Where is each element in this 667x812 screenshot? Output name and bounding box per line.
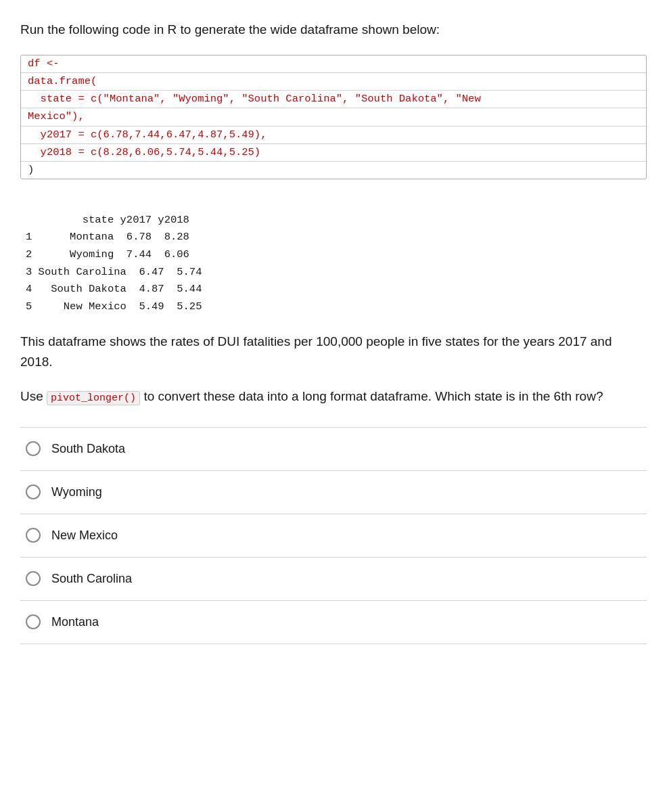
code-line-7: ): [21, 162, 646, 179]
answer-section: South Dakota Wyoming New Mexico South Ca…: [20, 427, 647, 644]
answer-option-wyoming[interactable]: Wyoming: [20, 470, 647, 514]
dataframe-output: state y2017 y2018 1 Montana 6.78 8.28 2 …: [26, 194, 647, 315]
dataframe-row-1: 1 Montana 6.78 8.28: [26, 231, 189, 243]
question-prefix: Use: [20, 389, 43, 403]
description-text: This dataframe shows the rates of DUI fa…: [20, 332, 647, 371]
code-line-3: state = c("Montana", "Wyoming", "South C…: [21, 91, 646, 108]
code-text: state = c("Montana", "Wyoming", "South C…: [28, 93, 481, 105]
code-line-1: df <-: [21, 55, 646, 73]
radio-wyoming[interactable]: [26, 484, 41, 499]
answer-option-new-mexico[interactable]: New Mexico: [20, 514, 647, 557]
code-line-2: data.frame(: [21, 73, 646, 91]
answer-option-south-carolina[interactable]: South Carolina: [20, 557, 647, 600]
answer-label-south-carolina: South Carolina: [51, 570, 132, 588]
question-suffix: to convert these data into a long format…: [143, 389, 603, 403]
radio-montana[interactable]: [26, 614, 41, 629]
code-text: y2017 = c(6.78,7.44,6.47,4.87,5.49),: [28, 129, 267, 141]
pivot-longer-code: pivot_longer(): [47, 391, 140, 405]
code-text: ): [28, 164, 34, 176]
answer-label-montana: Montana: [51, 613, 99, 631]
code-line-5: y2017 = c(6.78,7.44,6.47,4.87,5.49),: [21, 127, 646, 144]
code-line-4: Mexico"),: [21, 108, 646, 126]
intro-text: Run the following code in R to generate …: [20, 20, 647, 40]
answer-label-new-mexico: New Mexico: [51, 526, 118, 545]
code-line-6: y2018 = c(8.28,6.06,5.74,5.44,5.25): [21, 144, 646, 162]
dataframe-row-5: 5 New Mexico 5.49 5.25: [26, 300, 202, 313]
answer-option-south-dakota[interactable]: South Dakota: [20, 427, 647, 470]
answer-label-wyoming: Wyoming: [51, 483, 102, 501]
dataframe-row-3: 3 South Carolina 6.47 5.74: [26, 266, 202, 278]
radio-south-dakota[interactable]: [26, 441, 41, 456]
code-text: y2018 = c(8.28,6.06,5.74,5.44,5.25): [28, 146, 260, 158]
code-text: df <-: [28, 58, 60, 70]
radio-new-mexico[interactable]: [26, 528, 41, 543]
question-text: Use pivot_longer() to convert these data…: [20, 386, 647, 406]
code-text: Mexico"),: [28, 110, 85, 122]
dataframe-row-4: 4 South Dakota 4.87 5.44: [26, 283, 202, 295]
answer-label-south-dakota: South Dakota: [51, 440, 125, 458]
radio-south-carolina[interactable]: [26, 571, 41, 586]
code-block: df <- data.frame( state = c("Montana", "…: [20, 55, 647, 180]
answer-option-montana[interactable]: Montana: [20, 600, 647, 644]
dataframe-header: state y2017 y2018: [26, 214, 189, 226]
code-text: data.frame(: [28, 75, 97, 87]
dataframe-row-2: 2 Wyoming 7.44 6.06: [26, 248, 189, 261]
